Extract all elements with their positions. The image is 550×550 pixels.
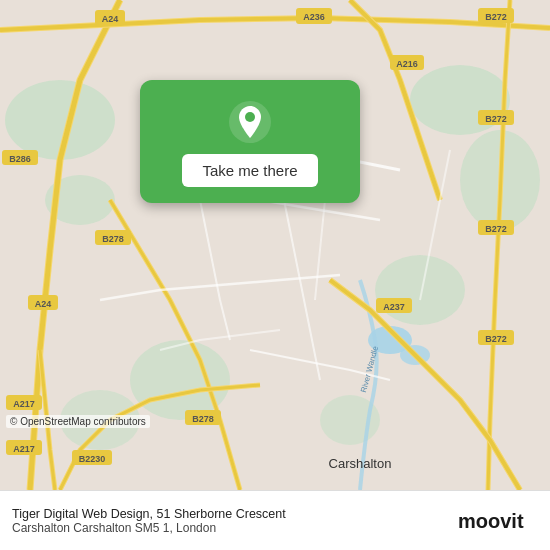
svg-text:A24: A24 xyxy=(35,299,52,309)
svg-point-5 xyxy=(375,255,465,325)
svg-text:A237: A237 xyxy=(383,302,405,312)
moovit-logo: moovit xyxy=(458,506,538,536)
svg-text:B272: B272 xyxy=(485,12,507,22)
copyright-notice: © OpenStreetMap contributors xyxy=(6,415,150,428)
svg-text:B278: B278 xyxy=(102,234,124,244)
svg-text:A217: A217 xyxy=(13,444,35,454)
svg-text:B272: B272 xyxy=(485,224,507,234)
svg-point-44 xyxy=(245,112,255,122)
bottom-bar: Tiger Digital Web Design, 51 Sherborne C… xyxy=(0,490,550,550)
map-container: A236 A216 A24 B286 A24 B272 B272 B272 B2… xyxy=(0,0,550,490)
business-name: Tiger Digital Web Design, 51 Sherborne C… xyxy=(12,507,286,521)
address-block: Tiger Digital Web Design, 51 Sherborne C… xyxy=(12,507,286,535)
svg-text:A216: A216 xyxy=(396,59,418,69)
svg-text:B286: B286 xyxy=(9,154,31,164)
svg-text:A236: A236 xyxy=(303,12,325,22)
svg-text:A24: A24 xyxy=(102,14,119,24)
svg-text:B272: B272 xyxy=(485,114,507,124)
svg-text:moovit: moovit xyxy=(458,510,524,532)
svg-text:Carshalton: Carshalton xyxy=(329,456,392,471)
map-popup: Take me there xyxy=(140,80,360,203)
address-line: Carshalton Carshalton SM5 1, London xyxy=(12,521,286,535)
svg-text:B272: B272 xyxy=(485,334,507,344)
svg-text:A217: A217 xyxy=(13,399,35,409)
take-me-there-button[interactable]: Take me there xyxy=(182,154,317,187)
moovit-logo-icon: moovit xyxy=(458,506,538,536)
svg-text:B2230: B2230 xyxy=(79,454,106,464)
svg-text:B278: B278 xyxy=(192,414,214,424)
location-pin-icon xyxy=(228,100,272,144)
